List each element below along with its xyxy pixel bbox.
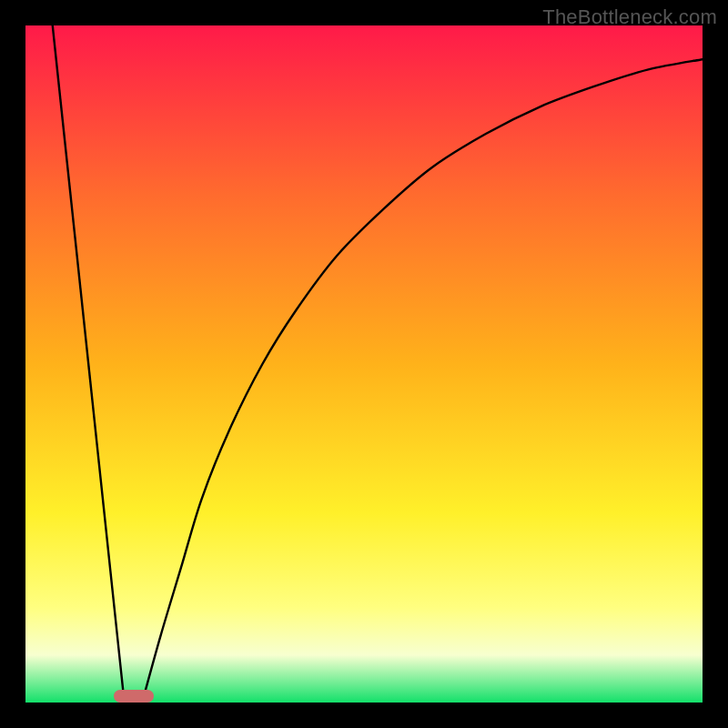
plot-svg xyxy=(25,25,703,703)
gradient-background xyxy=(25,25,703,703)
bottleneck-marker xyxy=(114,690,154,703)
chart-frame: TheBottleneck.com xyxy=(0,0,728,728)
plot-area xyxy=(25,25,703,703)
